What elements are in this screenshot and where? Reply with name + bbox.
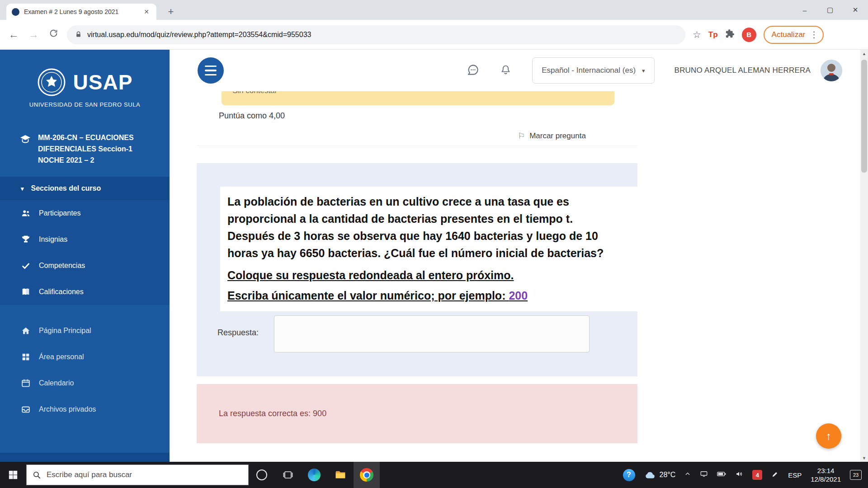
main-area: Español - Internacional (es) ▾ BRUNO ARQ…	[170, 50, 860, 462]
bookmark-star-icon[interactable]: ☆	[693, 29, 701, 40]
tab-title: Examen # 2 Lunes 9 agosto 2021	[24, 8, 137, 15]
sidebar-item-course[interactable]: MM-206-CN – ECUACIONES DIFERENCIALES Sec…	[0, 132, 170, 166]
extensions-puzzle-icon[interactable]	[725, 29, 735, 40]
feedback-text: La respuesta correcta es: 900	[219, 409, 326, 418]
tray-battery-button[interactable]	[717, 471, 726, 479]
question-text-image: La población de bacterias en un cultivo …	[220, 187, 696, 311]
grid-icon	[21, 352, 31, 362]
tray-monitor-button[interactable]	[700, 470, 708, 480]
page: USAP UNIVERSIDAD DE SAN PEDRO SULA MM-20…	[0, 50, 868, 462]
file-explorer-button[interactable]	[327, 462, 354, 488]
page-scrollbar[interactable]: ▲ ▼	[860, 50, 868, 462]
lock-icon	[75, 31, 82, 38]
tray-pen-button[interactable]	[771, 470, 779, 480]
language-label: Español - Internacional (es)	[542, 66, 636, 75]
language-caret-icon: ▾	[642, 67, 645, 74]
bell-icon	[500, 64, 511, 75]
window-controls: – ▢ ✕	[792, 0, 868, 20]
chevron-up-icon	[684, 471, 691, 477]
screen: Examen # 2 Lunes 9 agosto 2021 ✕ + – ▢ ✕…	[0, 0, 868, 488]
sidebar-item-pagina-principal[interactable]: Página Principal	[0, 318, 170, 344]
user-avatar[interactable]	[821, 60, 842, 81]
flag-question-link[interactable]: ⚐ Marcar pregunta	[518, 131, 586, 141]
archive-drawer-icon	[21, 404, 31, 414]
answer-input[interactable]	[274, 315, 590, 352]
tp-extension-icon[interactable]: Tp	[708, 30, 718, 39]
browser-addressbar: ← → virtual.usap.edu/mod/quiz/review.php…	[0, 20, 868, 50]
clock-date: 12/8/2021	[811, 475, 841, 484]
trophy-icon	[21, 235, 31, 244]
tray-app-badge[interactable]: 4	[752, 470, 762, 480]
windows-logo-icon	[8, 470, 18, 480]
taskbar-search-box[interactable]	[26, 465, 249, 485]
new-tab-button[interactable]: +	[164, 5, 178, 19]
sidebar-item-area-personal[interactable]: Área personal	[0, 344, 170, 370]
browser-tab[interactable]: Examen # 2 Lunes 9 agosto 2021 ✕	[6, 4, 156, 20]
task-view-button[interactable]	[275, 462, 301, 488]
competencias-label: Competencias	[39, 262, 85, 270]
tray-expand-button[interactable]	[684, 471, 691, 479]
scroll-to-top-button[interactable]: ↑	[816, 423, 841, 449]
url-bar[interactable]: virtual.usap.edu/mod/quiz/review.php?att…	[67, 25, 685, 44]
sidebar-item-calificaciones[interactable]: Calificaciones	[0, 279, 170, 305]
browser-menu-kebab-icon[interactable]: ⋮	[810, 29, 818, 40]
window-close-button[interactable]: ✕	[843, 0, 868, 20]
edge-button[interactable]	[301, 462, 327, 488]
archivos-privados-label: Archivos privados	[39, 405, 96, 413]
usap-logo[interactable]: USAP	[0, 50, 170, 97]
user-name[interactable]: BRUNO ARQUEL ALEMAN HERRERA	[675, 66, 811, 75]
actualizar-label: Actualizar	[772, 30, 806, 39]
window-minimize-button[interactable]: –	[792, 0, 817, 20]
chrome-icon	[360, 468, 373, 482]
usap-logo-text: USAP	[73, 70, 133, 94]
sidebar-item-insignias[interactable]: Insignias	[0, 226, 170, 253]
scrollbar-down-arrow[interactable]: ▼	[860, 454, 868, 462]
scrollbar-thumb[interactable]	[861, 60, 867, 173]
check-icon	[21, 261, 31, 271]
hamburger-icon	[205, 66, 217, 67]
answer-label: Respuesta:	[217, 328, 259, 338]
taskbar-search-input[interactable]	[47, 470, 242, 479]
instruction-2-text: Escriba únicamente el valor numérico; po…	[227, 289, 509, 302]
sidebar-item-participantes[interactable]: Participantes	[0, 200, 170, 226]
sidebar-item-secciones-del-curso[interactable]: ▾ Secciones del curso	[0, 177, 170, 200]
actualizar-button[interactable]: Actualizar ⋮	[764, 26, 824, 44]
url-text[interactable]: virtual.usap.edu/mod/quiz/review.php?att…	[87, 31, 311, 39]
taskbar-clock[interactable]: 23:14 12/8/2021	[811, 466, 841, 484]
sidebar-item-competencias[interactable]: Competencias	[0, 253, 170, 279]
forward-button[interactable]: →	[27, 28, 40, 41]
participantes-label: Participantes	[39, 209, 81, 217]
speaker-icon	[735, 470, 743, 478]
status-text: Sin contestar	[232, 91, 604, 95]
start-button[interactable]	[0, 462, 26, 488]
scrollbar-up-arrow[interactable]: ▲	[860, 50, 868, 57]
question-instruction-2: Escriba únicamente el valor numérico; po…	[227, 289, 689, 302]
browser-profile-avatar[interactable]: B	[742, 28, 756, 42]
help-tray-icon[interactable]: ?	[623, 469, 635, 481]
language-selector[interactable]: Español - Internacional (es) ▾	[532, 57, 654, 84]
reload-button[interactable]	[47, 28, 60, 41]
chrome-button[interactable]	[354, 462, 380, 488]
tray-volume-button[interactable]	[735, 470, 743, 480]
question-line-2: proporcional a la cantidad de bacterias …	[227, 210, 689, 227]
keyboard-language-button[interactable]: ESP	[788, 471, 802, 479]
course-nav-panel: Participantes Insignias Competencias	[0, 200, 170, 305]
weather-widget[interactable]: 28°C	[644, 470, 676, 479]
sidebar-item-archivos-privados[interactable]: Archivos privados	[0, 396, 170, 422]
sidebar-clipped-item	[0, 453, 170, 462]
graduation-cap-icon	[20, 134, 31, 145]
tab-close-icon[interactable]: ✕	[142, 7, 151, 16]
sidebar-item-calendario[interactable]: Calendario	[0, 370, 170, 396]
notifications-button[interactable]	[500, 64, 511, 77]
moodle-header: Español - Internacional (es) ▾ BRUNO ARQ…	[170, 50, 860, 91]
flag-icon: ⚐	[518, 131, 525, 141]
monitor-icon	[700, 470, 708, 478]
question-info-divider	[197, 145, 637, 146]
action-center-button[interactable]: 23	[850, 470, 862, 480]
hamburger-menu-button[interactable]	[198, 57, 224, 84]
cortana-button[interactable]	[249, 462, 275, 488]
messages-button[interactable]	[467, 64, 479, 78]
window-maximize-button[interactable]: ▢	[817, 0, 843, 20]
back-button[interactable]: ←	[7, 28, 20, 41]
grade-text: Puntúa como 4,00	[219, 111, 285, 121]
